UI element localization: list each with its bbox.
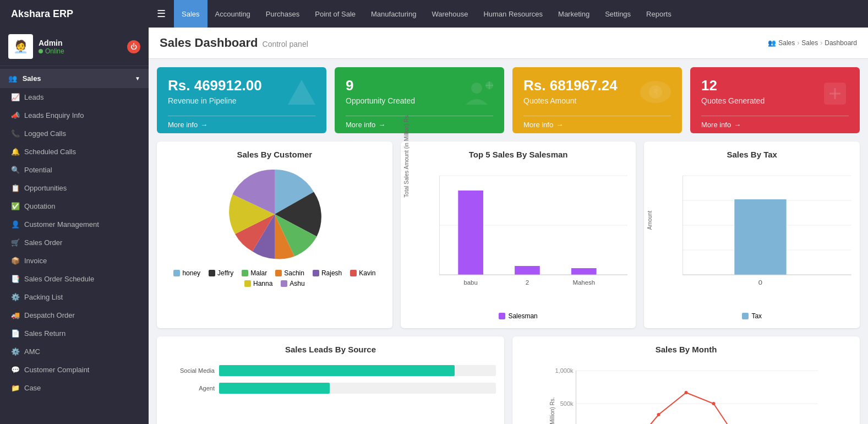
h-bar-row-agent: Agent: [165, 383, 496, 394]
nav-item-marketing[interactable]: Marketing: [550, 0, 597, 28]
despatch-order-icon: 🚚: [11, 311, 20, 319]
kpi-footer-opportunity[interactable]: More info →: [346, 116, 493, 133]
legend-item-hanna: Hanna: [244, 280, 272, 287]
bottom-charts-row: Sales Leads By Source Social Media Agent: [149, 336, 868, 424]
sidebar-item-amc[interactable]: ⚙️ AMC: [0, 343, 149, 361]
svg-point-54: [685, 391, 688, 394]
sidebar-section: 👥 Sales ▼ 📈 Leads 📣 Leads Enquiry Info 📞…: [0, 66, 149, 400]
sidebar-item-invoice[interactable]: 📦 Invoice: [0, 252, 149, 270]
user-section: 🧑‍💼 Admin Online ⏻: [0, 28, 149, 66]
legend-dot-salesman: [499, 313, 505, 319]
legend-item-jeffry: Jeffry: [209, 269, 233, 277]
customer-complaint-icon: 💬: [11, 366, 20, 374]
nav-item-human-resources[interactable]: Human Resources: [476, 0, 550, 28]
sidebar-group-label: 👥 Sales: [8, 74, 41, 83]
legend-dot: [275, 270, 282, 276]
legend-item-malar: Malar: [242, 269, 267, 277]
logout-button[interactable]: ⏻: [127, 40, 140, 53]
sidebar-item-case[interactable]: 📁 Case: [0, 379, 149, 397]
user-status-label: Online: [45, 47, 64, 55]
sidebar-item-customer-management[interactable]: 👤 Customer Management: [0, 215, 149, 233]
sidebar-item-leads[interactable]: 📈 Leads: [0, 88, 149, 106]
page-title: Sales Dashboard: [160, 36, 258, 50]
svg-text:2: 2: [525, 280, 528, 286]
breadcrumb-icon: 👥: [768, 39, 776, 47]
sidebar-item-sales-order-schedule[interactable]: 📑 Sales Order Schedule: [0, 270, 149, 288]
legend-label-salesman: Salesman: [508, 312, 537, 320]
sidebar-item-label: Customer Management: [24, 220, 99, 229]
sidebar-item-label: Invoice: [24, 257, 47, 265]
nav-item-sales[interactable]: Sales: [174, 0, 208, 28]
sidebar-item-label: AMC: [24, 347, 40, 356]
nav-item-manufacturing[interactable]: Manufacturing: [363, 0, 424, 28]
opportunity-icon: [463, 77, 496, 117]
quotes-generated-icon: [818, 77, 851, 117]
sidebar: 🧑‍💼 Admin Online ⏻ 👥 Sales ▼ 📈 Lea: [0, 28, 149, 424]
nav-item-warehouse[interactable]: Warehouse: [424, 0, 476, 28]
sidebar-item-opportunities[interactable]: 📋 Opportunities: [0, 179, 149, 197]
sidebar-item-sales-return[interactable]: 📄 Sales Return: [0, 324, 149, 343]
brand-logo: Akshara ERP: [0, 8, 149, 20]
hamburger-button[interactable]: ☰: [149, 8, 174, 20]
svg-point-53: [657, 413, 660, 416]
svg-text:(in Million) Rs.: (in Million) Rs.: [549, 397, 555, 424]
sidebar-item-label: Scheduled Calls: [24, 148, 76, 156]
h-bar-row-social-media: Social Media: [165, 365, 496, 376]
sidebar-item-leads-enquiry[interactable]: 📣 Leads Enquiry Info: [0, 106, 149, 124]
kpi-footer-quotes-amount[interactable]: More info →: [523, 116, 671, 133]
legend-item-honey: honey: [173, 269, 200, 277]
sidebar-item-sales-order[interactable]: 🛒 Sales Order: [0, 233, 149, 252]
potential-icon: 🔍: [11, 166, 20, 174]
salesman-bar-chart: 1,000k 500k 0k babu nambuthiri 2 Anand: [439, 165, 628, 286]
pie-container: honey Jeffry Malar Sachin: [165, 165, 384, 287]
legend-dot: [242, 270, 248, 276]
sidebar-item-customer-complaint[interactable]: 💬 Customer Complaint: [0, 361, 149, 379]
sidebar-group-header-sales[interactable]: 👥 Sales ▼: [0, 69, 149, 88]
invoice-icon: 📦: [11, 257, 20, 265]
revenue-icon: [285, 77, 318, 117]
legend-label: Kavin: [359, 269, 375, 277]
legend-label: Hanna: [253, 280, 272, 287]
avatar: 🧑‍💼: [8, 34, 33, 59]
kpi-card-quotes-generated: 12 Quotes Generated More info →: [690, 67, 860, 133]
nav-item-settings[interactable]: Settings: [597, 0, 638, 28]
kpi-footer-revenue[interactable]: More info →: [168, 116, 315, 133]
sidebar-item-label: Potential: [24, 166, 52, 174]
svg-marker-0: [288, 80, 315, 105]
breadcrumb-item-2[interactable]: Sales: [801, 39, 818, 47]
svg-text:Mahesh: Mahesh: [572, 280, 595, 286]
sales-by-month-card: Sales By Month 1,000k 500k 0k (in Millio…: [512, 336, 860, 424]
sidebar-item-label: Logged Calls: [24, 129, 66, 138]
nav-item-reports[interactable]: Reports: [638, 0, 679, 28]
sidebar-item-logged-calls[interactable]: 📞 Logged Calls: [0, 124, 149, 143]
sidebar-item-packing-list[interactable]: ⚙️ Packing List: [0, 288, 149, 306]
sidebar-item-label: Opportunities: [24, 184, 67, 192]
nav-item-point-of-sale[interactable]: Point of Sale: [307, 0, 363, 28]
sidebar-item-quotation[interactable]: ✅ Quotation: [0, 197, 149, 215]
sidebar-item-despatch-order[interactable]: 🚚 Despatch Order: [0, 306, 149, 324]
arrow-icon: →: [378, 121, 385, 129]
breadcrumb-item-1[interactable]: Sales: [778, 39, 795, 47]
logged-calls-icon: 📞: [11, 129, 20, 138]
user-info: Admin Online: [39, 39, 127, 55]
kpi-footer-quotes-generated[interactable]: More info →: [701, 116, 849, 133]
legend-item-ashu: Ashu: [281, 280, 304, 287]
line-chart: 1,000k 500k 0k (in Million) Rs.: [521, 360, 851, 424]
main-layout: 🧑‍💼 Admin Online ⏻ 👥 Sales ▼ 📈 Lea: [0, 28, 868, 424]
legend-dot: [209, 270, 215, 276]
case-icon: 📁: [11, 384, 20, 392]
top-nav: Akshara ERP ☰ Sales Accounting Purchases…: [0, 0, 868, 28]
sidebar-item-scheduled-calls[interactable]: 🔔 Scheduled Calls: [0, 143, 149, 161]
nav-item-accounting[interactable]: Accounting: [208, 0, 258, 28]
sidebar-item-label: Packing List: [24, 293, 63, 301]
legend-label: Malar: [250, 269, 267, 277]
h-bar-label: Agent: [165, 385, 215, 392]
tax-bar-chart: 1,000k 750k 500k 250k 0k 0: [683, 165, 851, 286]
pie-legend: honey Jeffry Malar Sachin: [165, 269, 384, 287]
h-bar-fill: [219, 383, 330, 394]
sidebar-item-potential[interactable]: 🔍 Potential: [0, 161, 149, 179]
top5-salesman-title: Top 5 Sales By Salesman: [409, 150, 628, 159]
more-info-label: More info: [701, 121, 731, 129]
legend-dot: [281, 280, 287, 287]
nav-item-purchases[interactable]: Purchases: [258, 0, 307, 28]
